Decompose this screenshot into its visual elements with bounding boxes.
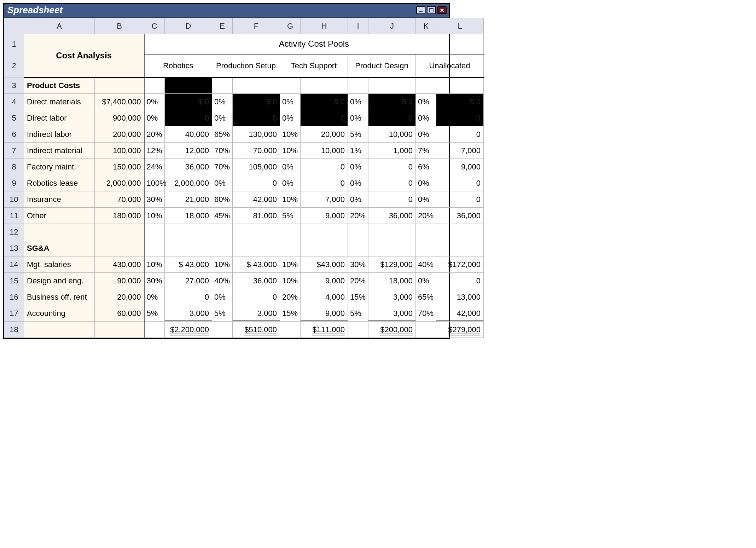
row-header[interactable]: 4 [4, 94, 24, 110]
pool-header-tech-support[interactable]: Tech Support [280, 54, 348, 77]
cost-item-amount[interactable]: 900,000 [95, 110, 144, 126]
alloc-pct[interactable]: 5% [280, 208, 301, 224]
alloc-amount[interactable]: 7,000 [436, 143, 484, 159]
cell[interactable] [144, 77, 165, 94]
alloc-amount[interactable]: 0 [436, 126, 484, 143]
cell[interactable] [24, 322, 95, 338]
cell[interactable] [416, 224, 436, 240]
col-header[interactable]: I [348, 18, 368, 34]
alloc-amount[interactable]: $ 0 [436, 94, 484, 110]
cell[interactable] [301, 224, 348, 240]
cell[interactable] [348, 240, 368, 256]
col-header[interactable]: E [212, 18, 233, 34]
alloc-pct[interactable]: 10% [280, 126, 301, 143]
row-header[interactable]: 12 [4, 224, 24, 240]
alloc-pct[interactable]: 10% [144, 256, 165, 273]
cost-item-label[interactable]: Direct materials [24, 94, 95, 110]
cell[interactable] [368, 224, 416, 240]
activity-cost-pools-header[interactable]: Activity Cost Pools [144, 34, 484, 54]
alloc-pct[interactable]: 0% [348, 191, 368, 208]
maximize-button[interactable] [427, 6, 436, 14]
alloc-pct[interactable]: 40% [416, 256, 436, 273]
alloc-pct[interactable]: 0% [280, 175, 301, 191]
cell[interactable] [144, 240, 165, 256]
alloc-amount[interactable]: $ 0 [233, 94, 280, 110]
row-header[interactable]: 5 [4, 110, 24, 126]
row-header[interactable]: 18 [4, 322, 24, 338]
alloc-pct[interactable]: 0% [348, 159, 368, 175]
row-header[interactable]: 11 [4, 208, 24, 224]
alloc-amount[interactable]: 10,000 [301, 143, 348, 159]
alloc-amount[interactable]: 3,000 [368, 305, 416, 322]
close-button[interactable] [437, 6, 447, 14]
alloc-pct[interactable]: 10% [144, 208, 165, 224]
row-header[interactable]: 9 [4, 175, 24, 191]
alloc-pct[interactable]: 12% [144, 143, 165, 159]
section-sga[interactable]: SG&A [24, 240, 95, 256]
alloc-pct[interactable]: 65% [212, 126, 233, 143]
col-header[interactable]: B [95, 18, 144, 34]
row-header[interactable]: 7 [4, 143, 24, 159]
cell[interactable] [348, 322, 368, 338]
cell[interactable] [165, 224, 212, 240]
row-header[interactable]: 13 [4, 240, 24, 256]
cost-item-amount[interactable]: 2,000,000 [95, 175, 144, 191]
cell[interactable] [212, 322, 233, 338]
cell[interactable] [436, 224, 484, 240]
cell[interactable] [301, 77, 348, 94]
cost-item-label[interactable]: Indirect labor [24, 126, 95, 143]
col-header[interactable]: L [436, 18, 484, 34]
minimize-button[interactable] [416, 6, 425, 14]
total-product-design[interactable]: $200,000 [368, 322, 416, 338]
cell[interactable] [144, 322, 165, 338]
total-robotics[interactable]: $2,200,000 [165, 322, 212, 338]
alloc-pct[interactable]: 0% [416, 94, 436, 110]
alloc-amount[interactable]: 3,000 [165, 305, 212, 322]
alloc-amount[interactable]: $ 0 [368, 94, 416, 110]
cost-item-amount[interactable]: 70,000 [95, 191, 144, 208]
pool-header-production-setup[interactable]: Production Setup [212, 54, 280, 77]
row-header[interactable]: 15 [4, 273, 24, 289]
cell[interactable] [368, 240, 416, 256]
alloc-pct[interactable]: 0% [212, 110, 233, 126]
alloc-amount[interactable]: 0 [301, 159, 348, 175]
sga-item-label[interactable]: Design and eng. [24, 273, 95, 289]
cost-item-label[interactable]: Direct labor [24, 110, 95, 126]
alloc-amount[interactable]: 0 [436, 110, 484, 126]
alloc-amount[interactable]: $43,000 [301, 256, 348, 273]
alloc-pct[interactable]: 20% [280, 289, 301, 305]
row-header[interactable]: 8 [4, 159, 24, 175]
total-tech-support[interactable]: $111,000 [301, 322, 348, 338]
alloc-amount[interactable]: 0 [301, 175, 348, 191]
alloc-pct[interactable]: 0% [348, 94, 368, 110]
alloc-amount[interactable]: 0 [233, 289, 280, 305]
sga-item-label[interactable]: Business off. rent [24, 289, 95, 305]
cell[interactable] [348, 77, 368, 94]
alloc-amount[interactable]: 9,000 [436, 159, 484, 175]
alloc-pct[interactable]: 7% [416, 143, 436, 159]
alloc-pct[interactable]: 70% [416, 305, 436, 322]
alloc-pct[interactable]: 15% [348, 289, 368, 305]
cost-item-label[interactable]: Indirect material [24, 143, 95, 159]
alloc-amount[interactable]: 81,000 [233, 208, 280, 224]
alloc-pct[interactable]: 10% [280, 273, 301, 289]
alloc-amount[interactable]: 105,000 [233, 159, 280, 175]
col-header[interactable]: J [368, 18, 416, 34]
alloc-amount[interactable]: 36,000 [233, 273, 280, 289]
alloc-pct[interactable]: 5% [212, 305, 233, 322]
alloc-pct[interactable]: 0% [280, 159, 301, 175]
cost-item-label[interactable]: Insurance [24, 191, 95, 208]
alloc-pct[interactable]: 30% [144, 273, 165, 289]
alloc-amount[interactable]: 3,000 [368, 289, 416, 305]
cost-analysis-header[interactable]: Cost Analysis [24, 34, 144, 77]
cell[interactable] [24, 224, 95, 240]
alloc-amount[interactable]: 9,000 [301, 273, 348, 289]
alloc-pct[interactable]: 0% [348, 110, 368, 126]
alloc-pct[interactable]: 24% [144, 159, 165, 175]
alloc-amount[interactable]: 21,000 [165, 191, 212, 208]
alloc-amount[interactable]: 12,000 [165, 143, 212, 159]
alloc-amount[interactable]: 0 [233, 175, 280, 191]
alloc-pct[interactable]: 0% [416, 273, 436, 289]
alloc-amount[interactable]: 40,000 [165, 126, 212, 143]
alloc-pct[interactable]: 10% [212, 256, 233, 273]
